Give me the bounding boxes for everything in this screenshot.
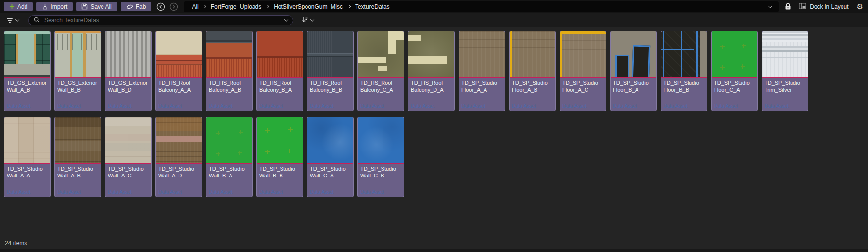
asset-tile[interactable]: TD_HS_RoofBalcony_A_A Data Asset: [155, 31, 202, 111]
asset-label-area: TD_GS_ExteriorWall_A_B Data Asset: [4, 78, 50, 110]
asset-name: TD_SP_StudioFloor_A_B: [512, 80, 553, 93]
asset-type-label: Data Asset: [108, 189, 131, 195]
breadcrumb-item[interactable]: All: [192, 3, 198, 10]
asset-thumbnail: [156, 31, 202, 77]
sort-icon: [301, 16, 308, 25]
asset-type-label: Data Asset: [209, 189, 232, 195]
toolbar-right-controls: Dock in Layout ⚙: [785, 3, 863, 11]
breadcrumb-path: AllFortForge_UploadsHotSilverSpoonGum_Mi…: [190, 3, 391, 10]
asset-tile[interactable]: TD_SP_StudioWall_B_A Data Asset: [206, 117, 253, 197]
asset-thumbnail: [307, 117, 353, 163]
settings-button[interactable]: ⚙: [857, 3, 863, 10]
lock-button[interactable]: [785, 3, 791, 10]
asset-thumbnail: [408, 31, 454, 77]
asset-label-area: TD_SP_StudioWall_C_A Data Asset: [307, 164, 353, 196]
asset-name: TD_SP_StudioTrim_Silver: [765, 80, 805, 93]
import-icon: [42, 3, 48, 10]
sort-button[interactable]: [299, 16, 316, 25]
asset-label-area: TD_SP_StudioFloor_C_A Data Asset: [712, 78, 757, 110]
asset-type-label: Data Asset: [562, 103, 586, 109]
filters-button[interactable]: [4, 18, 22, 23]
asset-thumbnail: [560, 31, 606, 77]
asset-tile[interactable]: TD_SP_StudioFloor_B_A Data Asset: [610, 31, 657, 111]
asset-label-area: TD_HS_RoofBalcony_B_B Data Asset: [307, 78, 353, 110]
lock-icon: [785, 3, 791, 10]
asset-type-label: Data Asset: [158, 189, 182, 195]
asset-tile[interactable]: TD_SP_StudioFloor_B_B Data Asset: [661, 31, 707, 111]
navigate-back-button[interactable]: [156, 2, 166, 12]
asset-tile[interactable]: TD_SP_StudioWall_C_B Data Asset: [357, 117, 404, 197]
asset-thumbnail: [105, 31, 151, 77]
asset-name: TD_GS_ExteriorWall_B_D: [108, 80, 149, 93]
navigate-forward-button[interactable]: [169, 2, 179, 12]
import-button[interactable]: Import: [36, 2, 73, 11]
breadcrumb-item[interactable]: HotSilverSpoonGum_Misc: [274, 3, 343, 10]
asset-tile[interactable]: TD_HS_RoofBalcony_C_A Data Asset: [357, 31, 404, 111]
asset-name: TD_SP_StudioFloor_B_A: [613, 80, 654, 93]
asset-thumbnail: [4, 31, 50, 77]
asset-tile[interactable]: TD_SP_StudioWall_A_C Data Asset: [105, 117, 152, 197]
asset-type-label: Data Asset: [158, 103, 182, 109]
asset-tile[interactable]: TD_SP_StudioWall_A_B Data Asset: [54, 117, 101, 197]
search-input[interactable]: [43, 16, 281, 24]
asset-name: TD_GS_ExteriorWall_B_B: [57, 80, 98, 93]
asset-tile[interactable]: TD_HS_RoofBalcony_D_A Data Asset: [408, 31, 455, 111]
asset-tile[interactable]: TD_SP_StudioFloor_A_B Data Asset: [509, 31, 556, 111]
asset-name: TD_SP_StudioFloor_A_C: [562, 80, 603, 93]
add-button[interactable]: Add: [4, 2, 33, 11]
asset-thumbnail: [4, 117, 50, 163]
asset-tile[interactable]: TD_SP_StudioFloor_A_C Data Asset: [560, 31, 606, 111]
sort-chevron-down-icon: [310, 17, 314, 21]
asset-tile[interactable]: TD_GS_ExteriorWall_A_B Data Asset: [4, 31, 51, 111]
fab-button[interactable]: Fab: [121, 2, 152, 11]
dock-in-layout-button[interactable]: Dock in Layout: [799, 3, 848, 11]
fab-logo-icon: [126, 4, 133, 10]
asset-tile[interactable]: TD_GS_ExteriorWall_B_B Data Asset: [54, 31, 101, 111]
asset-label-area: TD_SP_StudioWall_B_B Data Asset: [257, 164, 303, 196]
asset-thumbnail: [206, 117, 252, 163]
gear-icon: ⚙: [857, 3, 863, 10]
breadcrumb-chevron-right-icon: [347, 5, 351, 8]
asset-tile[interactable]: TD_SP_StudioWall_B_B Data Asset: [256, 117, 303, 197]
asset-tile[interactable]: TD_GS_ExteriorWall_B_D Data Asset: [105, 31, 152, 111]
asset-name: TD_SP_StudioFloor_B_B: [664, 80, 704, 93]
asset-label-area: TD_GS_ExteriorWall_B_D Data Asset: [105, 78, 151, 110]
asset-thumbnail: [105, 117, 151, 163]
asset-label-area: TD_SP_StudioFloor_B_B Data Asset: [661, 78, 707, 110]
asset-label-area: TD_GS_ExteriorWall_B_B Data Asset: [55, 78, 101, 110]
breadcrumb: AllFortForge_UploadsHotSilverSpoonGum_Mi…: [184, 1, 779, 12]
asset-type-label: Data Asset: [411, 103, 434, 109]
asset-tile[interactable]: TD_SP_StudioTrim_Silver Data Asset: [762, 31, 808, 111]
asset-tile[interactable]: TD_SP_StudioWall_A_D Data Asset: [155, 117, 202, 197]
asset-name: TD_SP_StudioWall_B_A: [209, 166, 250, 179]
items-count-label: 24 items: [5, 240, 27, 247]
asset-type-label: Data Asset: [461, 103, 485, 109]
asset-tile[interactable]: TD_SP_StudioFloor_C_A Data Asset: [711, 31, 758, 111]
filters-chevron-down-icon: [15, 17, 19, 21]
save-all-button[interactable]: Save All: [76, 2, 117, 11]
asset-label-area: TD_SP_StudioWall_A_D Data Asset: [156, 164, 202, 196]
search-history-chevron-down-icon[interactable]: [284, 17, 288, 21]
filter-icon: [7, 18, 13, 23]
asset-label-area: TD_SP_StudioWall_C_B Data Asset: [358, 164, 404, 196]
breadcrumb-item[interactable]: TextureDatas: [355, 3, 390, 10]
asset-type-label: Data Asset: [7, 189, 30, 195]
breadcrumb-item[interactable]: FortForge_Uploads: [211, 3, 261, 10]
asset-type-label: Data Asset: [360, 189, 384, 195]
asset-tile[interactable]: TD_SP_StudioWall_A_A Data Asset: [4, 117, 51, 197]
asset-tile[interactable]: TD_SP_StudioFloor_A_A Data Asset: [459, 31, 505, 111]
asset-label-area: TD_SP_StudioWall_B_A Data Asset: [206, 164, 252, 196]
save-icon: [81, 3, 88, 10]
path-picker-chevron-down-icon[interactable]: [768, 4, 773, 9]
asset-name: TD_SP_StudioWall_A_B: [57, 166, 98, 179]
asset-tile[interactable]: TD_SP_StudioWall_C_A Data Asset: [307, 117, 354, 197]
search-box: [28, 15, 293, 25]
asset-tile[interactable]: TD_HS_RoofBalcony_B_A Data Asset: [256, 31, 303, 111]
asset-thumbnail: [712, 31, 757, 77]
breadcrumb-chevron-right-icon: [266, 5, 269, 8]
asset-tile[interactable]: TD_HS_RoofBalcony_B_B Data Asset: [307, 31, 354, 111]
asset-tile[interactable]: TD_HS_RoofBalcony_A_B Data Asset: [206, 31, 253, 111]
asset-type-label: Data Asset: [259, 103, 283, 109]
asset-name: TD_HS_RoofBalcony_C_A: [360, 80, 401, 93]
breadcrumb-chevron-right-icon: [203, 5, 206, 8]
